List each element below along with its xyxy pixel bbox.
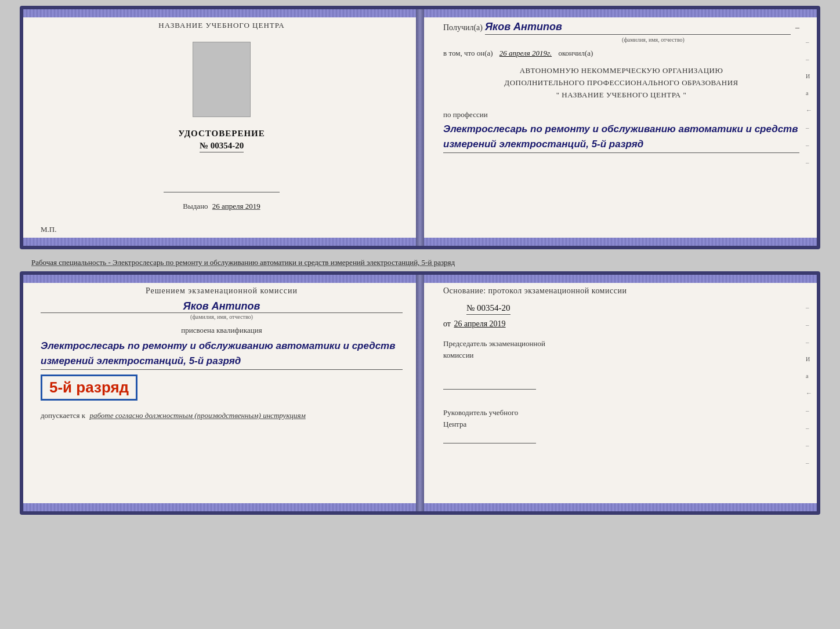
director-line1: Руководитель учебного	[443, 408, 518, 417]
b-side-mark-3: –	[806, 339, 812, 346]
chairman-line2: комиссии	[443, 351, 474, 359]
side-mark-5: ←	[806, 107, 812, 114]
side-mark-3: И	[806, 73, 812, 79]
protocol-date-prefix: от	[443, 319, 451, 328]
cert-number: № 00354-20	[200, 141, 244, 152]
director-label: Руководитель учебного Центра	[443, 407, 799, 430]
side-mark-4: а	[806, 90, 812, 96]
rank-badge: 5-й разряд	[41, 375, 137, 401]
b-side-mark-2: –	[806, 321, 812, 328]
commission-title: Решением экзаменационной комиссии	[41, 286, 403, 296]
protocol-date: от 26 апреля 2019	[443, 319, 799, 329]
b-side-mark-4: И	[806, 356, 812, 362]
org-line1: АВТОНОМНУЮ НЕКОММЕРЧЕСКУЮ ОРГАНИЗАЦИЮ	[443, 65, 799, 77]
b-side-mark-1: –	[806, 304, 812, 311]
b-side-mark-8: –	[806, 424, 812, 431]
certify-date: 26 апреля 2019г.	[499, 49, 552, 57]
recipient-line: Получил(а) Яков Антипов –	[443, 21, 799, 35]
fio-sub: (фамилия, имя, отчество)	[507, 37, 799, 43]
profession-label: по профессии	[443, 110, 799, 119]
allowed-text: работе согласно должностным (производств…	[89, 411, 305, 420]
b-side-mark-10: –	[806, 459, 812, 466]
b-side-mark-7: –	[806, 407, 812, 414]
org-name-top-left: НАЗВАНИЕ УЧЕБНОГО ЦЕНТРА	[158, 21, 284, 30]
profession-text-span: Электрослесарь по ремонту и обслуживанию…	[443, 123, 798, 150]
recipient-prefix: Получил(а)	[443, 23, 483, 32]
qualification-text-bottom: Электрослесарь по ремонту и обслуживанию…	[41, 339, 403, 370]
photo-placeholder	[193, 42, 251, 117]
middle-strip: Рабочая специальность - Электрослесарь п…	[20, 254, 820, 271]
spine	[416, 9, 424, 246]
top-right-page: Получил(а) Яков Антипов – (фамилия, имя,…	[420, 9, 817, 246]
top-left-page: НАЗВАНИЕ УЧЕБНОГО ЦЕНТРА УДОСТОВЕРЕНИЕ №…	[23, 9, 420, 246]
director-line2: Центра	[443, 420, 466, 428]
side-marks-bottom-right: – – – И а ← – – – –	[806, 304, 812, 466]
qualification-label: присвоена квалификация	[41, 326, 403, 335]
director-signature-line	[443, 432, 536, 443]
chairman-label: Председатель экзаменационной комиссии	[443, 338, 799, 361]
bottom-right-page: Основание: протокол экзаменационной коми…	[420, 275, 817, 511]
side-mark-7: –	[806, 141, 812, 148]
protocol-date-value: 26 апреля 2019	[454, 319, 505, 328]
allowed-prefix: допускается к	[41, 411, 85, 420]
bottom-spine	[416, 275, 424, 511]
bottom-document: Решением экзаменационной комиссии Яков А…	[20, 271, 820, 515]
certify-suffix: окончил(а)	[558, 49, 593, 57]
b-side-mark-5: а	[806, 373, 812, 379]
issued-label: Выдано	[183, 202, 208, 210]
cert-title: УДОСТОВЕРЕНИЕ	[178, 129, 265, 139]
side-marks-top-right: – – И а ← – – –	[806, 38, 812, 166]
org-line3: " НАЗВАНИЕ УЧЕБНОГО ЦЕНТРА "	[443, 89, 799, 101]
allowed-work: допускается к работе согласно должностны…	[41, 410, 403, 421]
commission-name: Яков Антипов	[41, 300, 403, 313]
chairman-line1: Председатель экзаменационной	[443, 339, 545, 348]
profession-text-top: Электрослесарь по ремонту и обслуживанию…	[443, 122, 799, 153]
b-side-mark-9: –	[806, 442, 812, 449]
side-mark-8: –	[806, 159, 812, 166]
recipient-name: Яков Антипов	[485, 21, 791, 35]
side-mark-1: –	[806, 38, 812, 45]
b-side-mark-6: ←	[806, 390, 812, 397]
basis-label: Основание: протокол экзаменационной коми…	[443, 286, 799, 296]
certify-prefix: в том, что он(а)	[443, 49, 493, 57]
protocol-number: № 00354-20	[466, 303, 510, 315]
org-line2: ДОПОЛНИТЕЛЬНОГО ПРОФЕССИОНАЛЬНОГО ОБРАЗО…	[443, 77, 799, 89]
certify-line: в том, что он(а) 26 апреля 2019г. окончи…	[443, 49, 799, 58]
side-mark-6: –	[806, 124, 812, 131]
middle-text: Рабочая специальность - Электрослесарь п…	[31, 258, 455, 267]
issued-line: Выдано 26 апреля 2019	[183, 202, 260, 211]
mp-label: М.П.	[41, 225, 56, 234]
person-sub: (фамилия, имя, отчество)	[41, 314, 403, 320]
bottom-left-page: Решением экзаменационной комиссии Яков А…	[23, 275, 420, 511]
qual-text-span: Электрослесарь по ремонту и обслуживанию…	[41, 340, 395, 366]
org-block: АВТОНОМНУЮ НЕКОММЕРЧЕСКУЮ ОРГАНИЗАЦИЮ ДО…	[443, 65, 799, 101]
issued-date: 26 апреля 2019	[212, 202, 260, 210]
chairman-signature-line	[443, 378, 536, 390]
top-document: НАЗВАНИЕ УЧЕБНОГО ЦЕНТРА УДОСТОВЕРЕНИЕ №…	[20, 6, 820, 249]
side-mark-2: –	[806, 56, 812, 63]
